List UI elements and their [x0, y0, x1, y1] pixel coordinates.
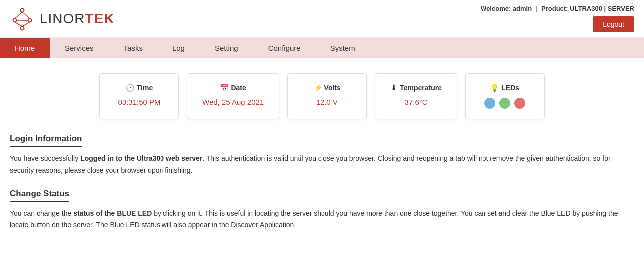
svg-line-4: [15, 12, 22, 18]
svg-point-2: [28, 18, 32, 22]
svg-point-1: [13, 18, 17, 22]
svg-point-3: [21, 26, 24, 30]
login-text-before: You have successfully: [10, 154, 80, 162]
change-text-bold: status of the BLUE LED: [73, 209, 152, 217]
change-text-before: You can change the: [10, 209, 73, 217]
leds-card: LEDs: [465, 73, 545, 119]
nav-configure[interactable]: Configure: [253, 38, 316, 58]
header-right: Welcome: admin | Product: ULTRA300 | SER…: [481, 5, 634, 32]
nav-bar: Home Services Tasks Log Setting Configur…: [0, 38, 644, 58]
date-value: Wed, 25 Aug 2021: [202, 98, 264, 106]
welcome-user: admin: [513, 5, 532, 12]
time-card-title: Time: [115, 84, 163, 92]
volts-card: Volts 12.0 V: [287, 73, 367, 119]
volts-value: 12.0 V: [303, 98, 351, 106]
thermo-icon: [390, 84, 397, 92]
main-content: Time 03:31:50 PM Date Wed, 25 Aug 2021 V…: [0, 58, 644, 257]
temperature-card-title: Temperature: [390, 84, 442, 92]
login-info-text: You have successfully Logged in to the U…: [10, 153, 634, 177]
led-dots: [481, 98, 529, 109]
led-red[interactable]: [514, 98, 525, 109]
nav-setting[interactable]: Setting: [200, 38, 253, 58]
volts-card-title: Volts: [303, 84, 351, 92]
logo-text-light: LINOR: [40, 11, 85, 26]
logo-text-bold: TEK: [85, 11, 115, 26]
logo-text: LINORTEK: [40, 11, 115, 27]
nav-tasks[interactable]: Tasks: [109, 38, 158, 58]
temperature-card: Temperature 37.6°C: [375, 73, 457, 119]
svg-line-6: [15, 22, 22, 26]
nav-log[interactable]: Log: [158, 38, 200, 58]
login-info-section: Login Information You have successfully …: [10, 134, 634, 177]
logout-button[interactable]: Logout: [593, 16, 634, 32]
logo-icon: [10, 6, 35, 31]
login-text-bold: Logged in to the Ultra300 web server: [80, 154, 202, 162]
nav-services[interactable]: Services: [50, 38, 109, 58]
login-info-heading: Login Information: [10, 134, 82, 147]
welcome-info: Welcome: admin | Product: ULTRA300 | SER…: [481, 5, 634, 12]
led-icon: [490, 84, 499, 92]
led-blue[interactable]: [484, 98, 495, 109]
product-label: Product:: [541, 5, 568, 12]
cards-row: Time 03:31:50 PM Date Wed, 25 Aug 2021 V…: [10, 73, 634, 119]
change-status-text: You can change the status of the BLUE LE…: [10, 208, 634, 232]
svg-line-7: [22, 22, 30, 26]
change-status-section: Change Status You can change the status …: [10, 189, 634, 232]
date-card: Date Wed, 25 Aug 2021: [187, 73, 279, 119]
temperature-value: 37.6°C: [390, 98, 442, 106]
svg-point-0: [21, 8, 24, 12]
header: LINORTEK Welcome: admin | Product: ULTRA…: [0, 0, 644, 38]
clock-icon: [126, 84, 134, 92]
time-card: Time 03:31:50 PM: [99, 73, 179, 119]
logo-area: LINORTEK: [10, 6, 115, 31]
welcome-label: Welcome:: [481, 5, 511, 12]
calendar-icon: [220, 84, 228, 92]
nav-system[interactable]: System: [316, 38, 370, 58]
svg-line-5: [22, 12, 30, 18]
leds-card-title: LEDs: [481, 84, 529, 92]
led-green[interactable]: [499, 98, 510, 109]
change-status-heading: Change Status: [10, 189, 69, 202]
product-value: ULTRA300 | SERVER: [570, 5, 634, 12]
separator: |: [536, 5, 539, 12]
nav-home[interactable]: Home: [0, 38, 50, 58]
time-value: 03:31:50 PM: [115, 98, 163, 106]
bolt-icon: [314, 84, 322, 92]
date-card-title: Date: [202, 84, 264, 92]
